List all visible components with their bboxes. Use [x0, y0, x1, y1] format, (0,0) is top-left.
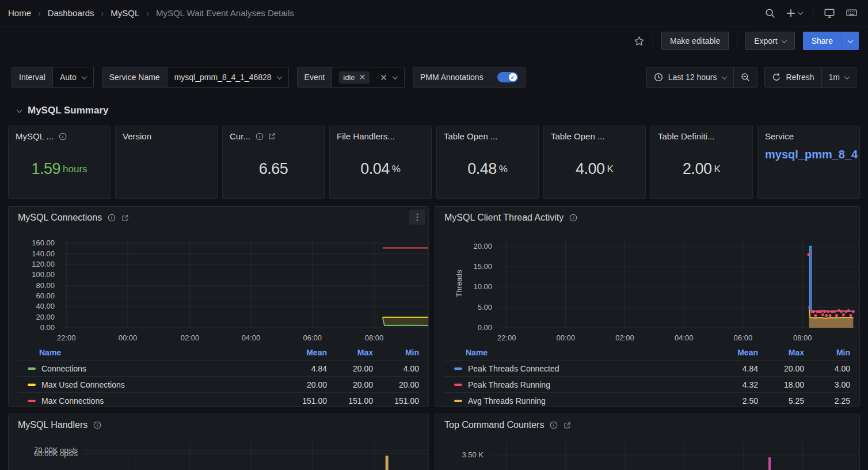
section-mysql-summary[interactable]: MySQL Summary	[17, 105, 868, 116]
legend-col-max[interactable]: Max	[327, 348, 373, 357]
breadcrumb-mysql[interactable]: MySQL	[111, 8, 139, 18]
stat-panel-title: Service	[765, 131, 794, 141]
legend-value: 5.25	[758, 396, 804, 405]
pmm-annotations-toggle[interactable]: ✓	[497, 72, 518, 82]
filter-bar: Interval Auto Service Name mysql_pmm_8_4…	[0, 55, 868, 88]
series-point	[829, 314, 832, 317]
legend-col-min[interactable]: Min	[804, 348, 850, 357]
share-menu-button[interactable]	[842, 32, 859, 50]
plot-area[interactable]	[60, 239, 428, 329]
pmm-annotations-label: PMM Annotations	[413, 67, 490, 87]
panel-mysql-client-thread-activity: MySQL Client Thread Activity 20.0015.001…	[435, 206, 860, 407]
external-link-icon[interactable]	[268, 132, 276, 141]
export-label: Export	[754, 36, 777, 46]
panel-top-command-counters: Top Command Counters 3.50 K	[435, 414, 860, 470]
legend-series-toggle[interactable]: Peak Threads Running	[454, 380, 712, 389]
legend-col-mean[interactable]: Mean	[712, 348, 758, 357]
legend-series-toggle[interactable]: Avg Threads Running	[454, 396, 712, 405]
time-range-button[interactable]: Last 12 hours	[647, 67, 733, 87]
series-name: Max Connections	[41, 396, 104, 405]
refresh-interval-select[interactable]: 1m	[821, 67, 856, 87]
clear-all-icon[interactable]: ✕	[380, 73, 387, 82]
summary-stats-row: MySQL ...1.59hoursVersionCur...6.65File …	[8, 126, 860, 199]
chart-canvas[interactable]: 70.00K ops/s60.00K ops/s	[18, 414, 419, 470]
stat-value: 4.00	[576, 160, 605, 178]
breadcrumb-home[interactable]: Home	[8, 8, 31, 18]
legend-series-toggle[interactable]: Connections	[28, 364, 281, 373]
divider	[737, 35, 737, 47]
series-color-swatch	[454, 400, 462, 402]
chart-canvas[interactable]: 3.50 K	[444, 414, 850, 470]
series-color-swatch	[28, 400, 36, 402]
legend-series-toggle[interactable]: Max Used Connections	[28, 380, 281, 389]
y-axis-tick: 160.00	[18, 238, 55, 247]
kiosk-mode-icon[interactable]	[824, 7, 835, 19]
x-axis-tick: 04:00	[242, 333, 261, 342]
export-button[interactable]: Export	[745, 32, 794, 50]
keyboard-shortcuts-icon[interactable]	[846, 7, 858, 19]
x-axis-tick: 06:00	[734, 333, 753, 342]
y-axis-tick: 60.00K ops/s	[18, 449, 78, 458]
series-name: Avg Threads Running	[468, 396, 546, 405]
service-link[interactable]: mysql_pmm_8_4	[765, 148, 852, 161]
stat-unit: %	[499, 164, 508, 175]
toggle-check-icon: ✓	[509, 73, 517, 81]
series-point	[849, 314, 852, 317]
y-axis-tick: 80.00	[18, 281, 55, 290]
chevron-down-icon	[392, 74, 398, 79]
legend-value: 151.00	[373, 396, 419, 405]
legend-series-toggle[interactable]: Max Connections	[28, 396, 281, 405]
stat-value: 0.48	[467, 160, 497, 178]
plot-area[interactable]	[498, 239, 860, 329]
service-name-select[interactable]: mysql_pmm_8_4_1_46828	[167, 67, 288, 87]
event-select[interactable]: idle ✕ ✕	[332, 67, 404, 87]
breadcrumb-separator: ›	[146, 9, 149, 18]
share-button[interactable]: Share	[803, 32, 842, 50]
series-color-swatch	[28, 367, 36, 370]
chevron-down-icon	[81, 74, 87, 79]
y-axis-tick: 0.00	[444, 323, 492, 332]
chart-legend: NameMeanMaxMinPeak Threads Connected4.84…	[444, 345, 850, 407]
add-menu-button[interactable]	[786, 8, 802, 18]
y-axis-tick: 20.00	[18, 313, 55, 321]
nav-icon-group	[765, 7, 858, 20]
divider	[813, 7, 813, 20]
legend-value: 151.00	[281, 396, 327, 405]
plot-area[interactable]	[489, 441, 860, 470]
breadcrumb-current-page: MySQL Wait Event Analyses Details	[156, 8, 294, 18]
x-axis-tick: 22:00	[497, 333, 516, 342]
series-name: Connections	[41, 364, 86, 373]
event-chip-idle[interactable]: idle ✕	[339, 71, 370, 84]
breadcrumb-dashboards[interactable]: Dashboards	[48, 8, 94, 18]
series-fill	[383, 317, 428, 325]
favorite-star-icon[interactable]	[634, 36, 645, 47]
plot-area[interactable]	[83, 441, 428, 470]
interval-select[interactable]: Auto	[52, 67, 93, 87]
dashboard-toolbar: Make editable Export Share	[0, 26, 868, 55]
collapse-chevron-icon	[17, 107, 22, 113]
make-editable-button[interactable]: Make editable	[661, 32, 729, 50]
legend-value: 2.25	[804, 396, 850, 405]
external-link-icon	[268, 132, 276, 140]
charts-row-main: MySQL Connections ⋮ 160.00140.00120.0010…	[8, 206, 860, 407]
event-filter: Event idle ✕ ✕	[297, 67, 405, 88]
stat-value: 1.59	[31, 160, 60, 178]
breadcrumb: Home › Dashboards › MySQL › MySQL Wait E…	[8, 8, 294, 18]
refresh-button[interactable]: Refresh	[765, 67, 821, 87]
legend-col-min[interactable]: Min	[373, 348, 419, 357]
interval-label: Interval	[12, 67, 52, 87]
search-icon[interactable]	[765, 8, 775, 18]
legend-col-mean[interactable]: Mean	[281, 348, 327, 357]
legend-col-name[interactable]: Name	[466, 348, 712, 357]
series-point	[825, 314, 828, 317]
zoom-out-button[interactable]	[733, 67, 757, 87]
legend-col-name[interactable]: Name	[39, 348, 281, 357]
info-icon[interactable]	[59, 132, 67, 141]
series-color-swatch	[454, 384, 462, 386]
legend-col-max[interactable]: Max	[758, 348, 804, 357]
legend-series-toggle[interactable]: Peak Threads Connected	[454, 364, 712, 373]
info-icon	[59, 132, 67, 141]
legend-value: 2.50	[712, 396, 758, 405]
remove-chip-icon[interactable]: ✕	[359, 73, 366, 81]
info-icon[interactable]	[256, 132, 264, 141]
